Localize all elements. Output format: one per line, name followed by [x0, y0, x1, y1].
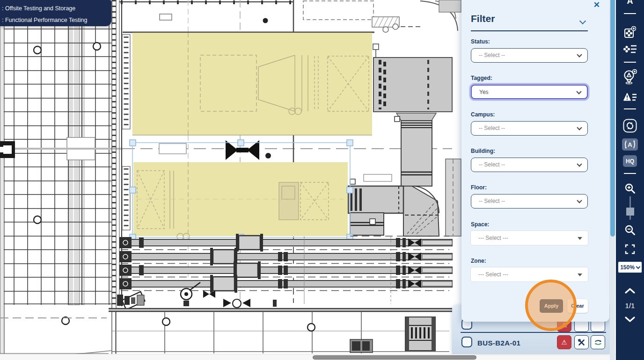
triangle-down-icon — [578, 237, 582, 240]
floor-select[interactable]: -- Select -- — [471, 194, 588, 209]
horizontal-scrollbar-thumb[interactable] — [313, 355, 476, 360]
asset-labels-toggle-button[interactable]: A — [616, 138, 644, 151]
chevron-down-icon[interactable] — [579, 18, 586, 24]
filter-title: Filter — [471, 13, 495, 24]
row-divider — [461, 332, 606, 333]
chevron-down-icon — [624, 316, 636, 323]
campus-label: Campus: — [471, 111, 495, 118]
close-icon[interactable]: ✕ — [593, 1, 600, 9]
add-issue-button[interactable] — [616, 69, 644, 85]
zoom-slider-handle[interactable] — [626, 208, 634, 216]
page-indicator: 1/1 — [616, 302, 644, 310]
fullscreen-button[interactable] — [616, 244, 644, 255]
space-select[interactable]: --- Select --- — [471, 231, 588, 245]
space-value: --- Select --- — [478, 235, 508, 241]
rotate-label-icon: A — [622, 138, 638, 151]
chevron-down-icon — [577, 161, 582, 166]
chevron-down-icon — [576, 89, 581, 94]
apply-button[interactable]: Apply — [540, 299, 563, 313]
zoom-in-button[interactable] — [616, 183, 644, 194]
clear-button[interactable]: Clear — [567, 299, 588, 313]
toolbar-divider — [624, 173, 636, 174]
space-label: Space: — [471, 221, 489, 228]
toolbar-divider — [624, 62, 636, 63]
add-asset-icon — [624, 26, 636, 38]
highlight-region-top[interactable] — [132, 33, 372, 135]
add-issue-pin-icon — [623, 69, 637, 85]
chevron-down-icon — [577, 198, 582, 203]
zoom-out-button[interactable] — [616, 224, 644, 236]
tools-button[interactable] — [574, 335, 589, 349]
warning-icon: ⚠ — [561, 321, 567, 329]
svg-text:A: A — [628, 141, 632, 148]
row-checkbox[interactable] — [461, 337, 472, 347]
chevron-up-icon — [624, 288, 636, 294]
filter-divider — [471, 30, 588, 31]
campus-value: -- Select -- — [479, 125, 505, 131]
building-select[interactable]: -- Select -- — [471, 158, 588, 172]
issue-list-icon — [623, 92, 637, 103]
vertical-scrollbar-track[interactable] — [610, 0, 615, 360]
label-toggle-button[interactable]: A — [616, 0, 644, 6]
status-label: Status: — [471, 38, 490, 45]
horizontal-scrollbar-track[interactable] — [0, 354, 616, 360]
zoom-level-value: 150% — [620, 264, 635, 271]
chevron-down-icon — [636, 264, 640, 269]
toolbar-divider — [624, 108, 636, 109]
campus-select[interactable]: -- Select -- — [471, 121, 588, 136]
status-select[interactable]: -- Select -- — [471, 48, 588, 63]
chevron-down-icon — [577, 125, 582, 130]
zone-value: --- Select --- — [478, 271, 508, 278]
hq-button[interactable]: HQ — [616, 155, 644, 167]
tagged-label: Tagged: — [471, 75, 492, 81]
app-window: : Offsite Testing and Storage : Function… — [0, 0, 644, 360]
tagged-value: Yes — [479, 89, 489, 95]
swap-arrows-icon — [594, 339, 602, 346]
highlight-region-selected[interactable] — [133, 162, 348, 240]
zone-select[interactable]: --- Select --- — [471, 267, 588, 281]
tagged-select[interactable]: Yes — [471, 85, 588, 99]
add-asset-button[interactable] — [616, 26, 644, 38]
zoom-out-icon — [624, 224, 636, 236]
page-down-button[interactable] — [616, 316, 644, 323]
building-label: Building: — [471, 148, 495, 154]
floor-value: -- Select -- — [479, 198, 505, 204]
sync-button[interactable] — [616, 119, 644, 133]
tooltip-line-1: : Offsite Testing and Storage — [2, 3, 109, 14]
status-value: -- Select -- — [479, 52, 505, 58]
asset-id-label: BUS-B2A-01 — [477, 339, 520, 347]
crossed-tools-icon — [578, 338, 585, 346]
filter-panel: ✕ Filter Status: -- Select -- Tagged: Ye… — [461, 0, 609, 322]
right-toolbar: A — [616, 0, 644, 360]
chevron-down-icon — [577, 52, 582, 57]
asset-tooltip: : Offsite Testing and Storage : Function… — [0, 0, 111, 26]
warning-icon: ⚠ — [561, 338, 567, 346]
hq-label: HQ — [623, 155, 637, 167]
warning-button[interactable]: ⚠ — [557, 335, 571, 349]
zone-label: Zone: — [471, 258, 486, 264]
vertical-scrollbar-thumb[interactable] — [610, 0, 615, 237]
page-up-button[interactable] — [616, 288, 644, 294]
zoom-in-icon — [624, 183, 636, 194]
fullscreen-icon — [624, 244, 636, 255]
asset-list-button[interactable] — [616, 43, 644, 55]
building-value: -- Select -- — [479, 161, 505, 168]
triangle-down-icon — [578, 274, 582, 276]
asset-list-icon — [623, 43, 637, 55]
issue-list-button[interactable] — [616, 92, 644, 103]
tooltip-line-2: : Functional Performance Testing — [2, 14, 109, 26]
zoom-level-select[interactable]: 150% — [618, 261, 642, 273]
toolbar-divider — [624, 13, 636, 14]
workflow-button[interactable] — [591, 335, 605, 349]
floor-label: Floor: — [471, 184, 487, 191]
sync-icon — [623, 119, 637, 133]
